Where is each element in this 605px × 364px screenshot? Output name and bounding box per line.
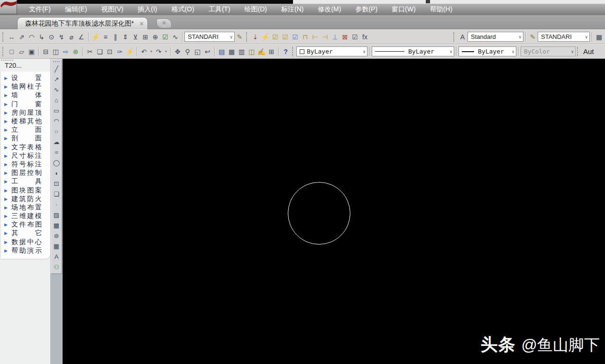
menu-tools[interactable]: 工具(T) [202, 4, 238, 15]
quick-calc-button[interactable]: ⊞ [266, 46, 276, 57]
pan-button[interactable]: ✥ [173, 46, 183, 57]
app-logo-icon[interactable] [0, 0, 17, 14]
tolerance-button[interactable]: ⊞ [140, 31, 150, 43]
menu-parametric[interactable]: 参数(P) [348, 4, 385, 15]
menu-draw[interactable]: 绘图(D) [238, 4, 274, 15]
draw-toolbar-grip[interactable] [53, 61, 60, 62]
sidebar-item-wall[interactable]: ▶ 墙体 [1, 91, 50, 100]
copy-button[interactable]: ❏ [95, 46, 105, 57]
sidebar-item-data-center[interactable]: ▶ 数据中心 [1, 238, 50, 246]
sidebar-item-file-layout[interactable]: ▶ 文件布图 [1, 220, 50, 229]
menu-insert[interactable]: 插入(I) [130, 4, 164, 15]
sheet-set-manager-button[interactable]: ◫ [247, 46, 257, 57]
lineweight-control-select[interactable]: ByLayer ∨ [458, 46, 516, 56]
text-style-select[interactable]: Standard ∨ [468, 32, 523, 42]
sidebar-item-section[interactable]: ▶ 剖面 [1, 134, 50, 143]
redo-button[interactable]: ↷ [154, 46, 164, 57]
undo-button[interactable]: ↶ [139, 46, 149, 57]
baseline-dimension-button[interactable]: ≡ [101, 31, 110, 43]
dim-style2-select[interactable]: STANDARI ∨ [538, 32, 590, 42]
linetype-control-select[interactable]: ByLayer ∨ [372, 46, 454, 56]
sidebar-item-settings[interactable]: ▶ 设置 [1, 74, 50, 82]
sidebar-item-tools[interactable]: ▶ 工具 [1, 177, 50, 186]
ordinate-dimension-button[interactable]: ↳ [37, 31, 46, 43]
properties-palette-button[interactable]: ▤ [217, 46, 227, 57]
insert-block-button[interactable]: ⊡ [52, 178, 61, 189]
continue-dimension-button[interactable]: ∥ [110, 31, 120, 43]
parameters-manager-button[interactable]: fx [360, 31, 370, 43]
sidebar-item-dimension[interactable]: ▶ 尺寸标注 [1, 152, 50, 160]
zoom-previous-button[interactable]: ↩ [202, 46, 212, 57]
match-properties-button[interactable]: ✑ [115, 46, 125, 57]
tab-close-icon[interactable]: × [139, 20, 143, 27]
sidebar-item-elevation[interactable]: ▶ 立面 [1, 126, 50, 134]
redo-dropdown-icon[interactable]: ▾ [164, 49, 168, 54]
sidebar-item-block-pattern[interactable]: ▶ 图块图案 [1, 186, 50, 194]
dimension-style-edit-button[interactable]: ✎ [235, 31, 245, 43]
save-file-button[interactable]: ▣ [27, 46, 37, 57]
radius-dimension-button[interactable]: ⊙ [46, 31, 56, 43]
plot-preview-button[interactable]: ◫ [51, 46, 61, 57]
delete-constraints-button[interactable]: ⊠ [340, 31, 350, 43]
design-center-button[interactable]: ▦ [227, 46, 237, 57]
show-all-constraints-button[interactable]: ☑ [280, 31, 290, 43]
drawing-canvas[interactable]: 头条 @鱼山脚下 [63, 59, 605, 364]
gradient-button[interactable]: ▩ [52, 220, 61, 230]
table-style-button[interactable]: ▦ [594, 31, 604, 43]
publish-button[interactable]: ⇨ [61, 46, 71, 57]
zoom-realtime-button[interactable]: ⚲ [183, 46, 192, 57]
hide-all-constraints-button[interactable]: ☑ [290, 31, 300, 43]
menu-window[interactable]: 窗口(W) [385, 4, 423, 15]
plot-button[interactable]: ⊟ [41, 46, 51, 57]
ellipse-arc-button[interactable]: ◖ [52, 168, 61, 178]
inspect-dimension-button[interactable]: ☑ [160, 31, 170, 43]
circle-button[interactable]: ○ [52, 126, 61, 136]
constraint-settings-button[interactable]: ☑ [350, 31, 360, 43]
show-constraints-button[interactable]: ☑ [270, 31, 280, 43]
sidebar-item-site-layout[interactable]: ▶ 场地布置 [1, 203, 50, 212]
cut-button[interactable]: ✂ [85, 46, 95, 57]
arc-button[interactable]: ◠ [52, 116, 61, 126]
block-editor-button[interactable]: ⚡ [125, 46, 135, 57]
hatch-button[interactable]: ▨ [52, 209, 61, 220]
multiline-text-button[interactable]: A [52, 251, 61, 262]
constraint-bar-button[interactable]: ⚡ [260, 31, 270, 43]
sidebar-item-stair-other[interactable]: ▶ 楼梯其他 [1, 117, 50, 126]
sidebar-item-symbol-annotation[interactable]: ▶ 符号标注 [1, 160, 50, 169]
toolbar-grip[interactable] [292, 47, 294, 56]
web-publish-button[interactable]: ⊛ [71, 46, 81, 57]
text-style-button[interactable]: A [458, 31, 468, 43]
menu-help[interactable]: 帮助(H) [423, 4, 459, 15]
linear-constraint-button[interactable]: ⊢ [310, 31, 320, 43]
open-file-button[interactable]: ▱ [17, 46, 27, 57]
sidebar-item-room-roof[interactable]: ▶ 房间屋顶 [1, 109, 50, 117]
linear-dimension-button[interactable]: ↔ [7, 31, 17, 43]
diameter-dimension-button[interactable]: ⌀ [66, 31, 76, 43]
help-button[interactable]: ? [281, 46, 291, 57]
point-button[interactable]: ∙ [52, 199, 61, 209]
sidebar-item-help-demo[interactable]: ▶ 帮助演示 [1, 246, 50, 255]
dim-style-manager-button[interactable]: ✎ [528, 31, 538, 43]
center-mark-button[interactable]: ⊕ [150, 31, 160, 43]
new-tab-button[interactable]: + [156, 18, 172, 28]
markup-set-manager-button[interactable]: ✍ [257, 46, 266, 57]
color-control-select[interactable]: ByLayer ∨ [296, 46, 367, 56]
toolbar-grip[interactable] [2, 32, 4, 42]
menu-file[interactable]: 文件(F) [22, 4, 58, 15]
arc-length-dimension-button[interactable]: ◠ [27, 31, 37, 43]
jogged-dimension-button[interactable]: ↯ [56, 31, 66, 43]
ellipse-button[interactable]: ◯ [52, 157, 61, 168]
dimension-space-button[interactable]: ⇕ [120, 31, 130, 43]
quick-dimension-button[interactable]: ⚡ [91, 31, 101, 43]
zoom-window-button[interactable]: ◱ [192, 46, 202, 57]
sidebar-item-layer-control[interactable]: ▶ 图层控制 [1, 169, 50, 177]
lock-constraint-button[interactable]: ⊓ [300, 31, 310, 43]
add-selected-button[interactable]: ⚇ [52, 262, 61, 272]
menu-dimension[interactable]: 标注(N) [274, 4, 311, 15]
table-button[interactable]: ▦ [52, 241, 61, 251]
toolbar-grip[interactable] [453, 32, 455, 42]
aligned-constraint-button[interactable]: ⊣ [320, 31, 330, 43]
region-button[interactable]: ⊚ [52, 230, 61, 241]
dimension-break-button[interactable]: ⊻ [130, 31, 140, 43]
construction-line-button[interactable]: ↗ [52, 74, 61, 84]
